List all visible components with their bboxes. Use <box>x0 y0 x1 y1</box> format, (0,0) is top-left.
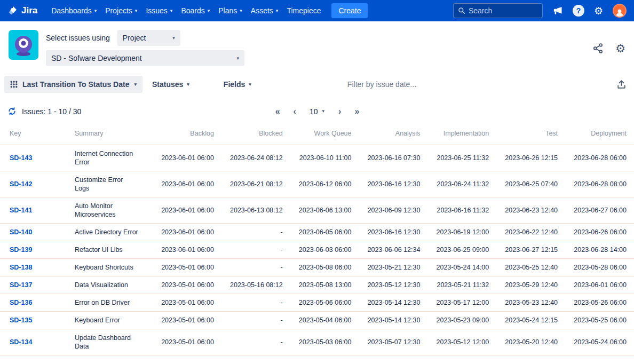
issue-key-link[interactable]: SD-143 <box>10 154 32 162</box>
issue-key-link[interactable]: SD-135 <box>10 316 32 324</box>
report-type-dropdown[interactable]: Last Transition To Status Date ▾ <box>4 76 142 93</box>
cell-analysis: 2023-05-14 12:30 <box>359 312 428 329</box>
cell-blocked: - <box>221 241 290 259</box>
cell-blocked: 2023-06-24 08:12 <box>221 145 290 171</box>
cell-summary: Keyboard Shortcuts <box>75 259 153 276</box>
jira-logo-icon <box>7 5 18 16</box>
cell-test: 2023-05-25 12:40 <box>496 259 565 276</box>
cell-backlog: 2023-05-01 06:00 <box>153 276 221 294</box>
help-icon[interactable]: ? <box>573 5 584 17</box>
page-size-value: 10 <box>310 107 318 116</box>
cell-backlog: 2023-06-01 06:00 <box>153 197 221 224</box>
select-mode-value: Project <box>123 34 146 42</box>
cell-key: SD-139 <box>0 241 75 259</box>
page-size-select[interactable]: 10 ▾ <box>310 107 324 116</box>
gear-icon[interactable]: ⚙ <box>594 6 603 16</box>
issue-key-link[interactable]: SD-142 <box>10 180 32 188</box>
export-icon[interactable] <box>616 80 627 90</box>
cell-key: SD-135 <box>0 312 75 329</box>
nav-menu-projects[interactable]: Projects▾ <box>105 6 137 15</box>
nav-menu-issues[interactable]: Issues▾ <box>146 6 172 15</box>
cell-key: SD-137 <box>0 276 75 294</box>
nav-menu-label: Projects <box>105 6 132 15</box>
cell-work-queue: 2023-05-04 06:00 <box>290 312 359 329</box>
issue-key-link[interactable]: SD-137 <box>10 281 32 289</box>
cell-test: 2023-06-26 12:15 <box>496 145 565 171</box>
cell-deployment: 2023-06-28 06:00 <box>565 145 634 171</box>
cell-deployment: 2023-05-26 06:00 <box>565 294 634 312</box>
cell-blocked: 2023-06-21 08:12 <box>221 171 290 197</box>
cell-backlog: 2023-05-01 06:00 <box>153 312 221 329</box>
cell-key: SD-138 <box>0 259 75 276</box>
gadget-settings-icon[interactable]: ⚙ <box>615 43 625 54</box>
project-dropdown[interactable]: SD - Sofware Development ▾ <box>46 50 244 66</box>
create-button[interactable]: Create <box>331 3 368 18</box>
nav-menu-label: Issues <box>146 6 167 15</box>
issue-key-link[interactable]: SD-138 <box>10 264 32 271</box>
cell-work-queue: 2023-05-03 06:00 <box>290 329 359 355</box>
fields-dropdown[interactable]: Fields ▾ <box>218 76 257 93</box>
statuses-dropdown[interactable]: Statuses ▾ <box>147 76 195 93</box>
select-mode-dropdown[interactable]: Project ▾ <box>117 30 180 46</box>
cell-deployment: 2023-05-25 06:00 <box>565 312 634 329</box>
cell-deployment: 2023-06-28 08:00 <box>565 171 634 197</box>
share-icon[interactable] <box>592 43 604 54</box>
cell-implementation: 2023-05-17 12:00 <box>427 294 496 312</box>
table-row: SD-136Error on DB Driver2023-05-01 06:00… <box>0 294 634 312</box>
report-type-label: Last Transition To Status Date <box>22 80 129 89</box>
cell-test: 2023-06-25 07:40 <box>496 171 565 197</box>
issue-key-link[interactable]: SD-136 <box>10 299 32 306</box>
cell-deployment: 2023-06-28 14:00 <box>565 241 634 259</box>
issue-key-link[interactable]: SD-140 <box>10 228 32 236</box>
issues-count-label: Issues: 1 - 10 / 30 <box>22 107 81 116</box>
cell-deployment: 2023-06-27 06:00 <box>565 197 634 224</box>
fields-label: Fields <box>224 80 245 89</box>
col-header-analysis: Analysis <box>359 123 428 145</box>
announcement-icon[interactable] <box>552 5 563 16</box>
cell-analysis: 2023-06-16 12:30 <box>359 171 428 197</box>
issue-date-filter-input[interactable] <box>347 80 550 89</box>
nav-menu-dashboards[interactable]: Dashboards▾ <box>51 6 97 15</box>
cell-backlog: 2023-06-01 06:00 <box>153 241 221 259</box>
nav-menu-plans[interactable]: Plans▾ <box>218 6 242 15</box>
nav-menu-boards[interactable]: Boards▾ <box>181 6 210 15</box>
cell-analysis: 2023-06-16 07:30 <box>359 145 428 171</box>
chevron-down-icon: ▾ <box>236 56 239 61</box>
table-row: SD-139Refactor UI Libs2023-06-01 06:00-2… <box>0 241 634 259</box>
cell-summary: Internet Connection Error <box>75 145 153 171</box>
cell-deployment: 2023-05-28 06:00 <box>565 259 634 276</box>
jira-logo[interactable]: Jira <box>7 5 37 16</box>
col-header-work-queue: Work Queue <box>290 123 359 145</box>
cell-test: 2023-06-23 12:40 <box>496 197 565 224</box>
cell-deployment: 2023-06-26 06:00 <box>565 224 634 241</box>
cell-implementation: 2023-06-25 11:32 <box>427 145 496 171</box>
search-input[interactable] <box>469 6 533 15</box>
cell-blocked: - <box>221 329 290 355</box>
global-search[interactable] <box>453 3 543 18</box>
last-page-button[interactable]: » <box>354 107 359 116</box>
prev-page-button[interactable]: ‹ <box>294 107 296 116</box>
issue-key-link[interactable]: SD-139 <box>10 246 32 254</box>
cell-analysis: 2023-05-21 12:30 <box>359 259 428 276</box>
issue-key-link[interactable]: SD-134 <box>10 338 32 346</box>
cell-deployment: 2023-06-01 06:00 <box>565 276 634 294</box>
table-row: SD-134Update Dashboard Data2023-05-01 06… <box>0 329 634 355</box>
first-page-button[interactable]: « <box>275 107 280 116</box>
table-row: SD-135Keyboard Error2023-05-01 06:00-202… <box>0 312 634 329</box>
issue-key-link[interactable]: SD-141 <box>10 207 32 214</box>
refresh-icon[interactable] <box>7 107 17 116</box>
chevron-down-icon: ▾ <box>187 82 189 87</box>
table-header-row: KeySummaryBacklogBlockedWork QueueAnalys… <box>0 123 634 145</box>
chevron-down-icon: ▾ <box>249 82 251 87</box>
search-icon <box>458 7 465 14</box>
cell-analysis: 2023-05-07 12:30 <box>359 329 428 355</box>
nav-menu-timepiece[interactable]: Timepiece <box>287 6 321 15</box>
cell-test: 2023-05-23 12:40 <box>496 294 565 312</box>
cell-backlog: 2023-05-01 06:00 <box>153 329 221 355</box>
avatar[interactable] <box>613 4 627 18</box>
cell-key: SD-143 <box>0 145 75 171</box>
next-page-button[interactable]: › <box>338 107 340 116</box>
nav-menu-assets[interactable]: Assets▾ <box>251 6 279 15</box>
cell-analysis: 2023-06-16 12:30 <box>359 224 428 241</box>
chevron-down-icon: ▾ <box>240 9 242 13</box>
